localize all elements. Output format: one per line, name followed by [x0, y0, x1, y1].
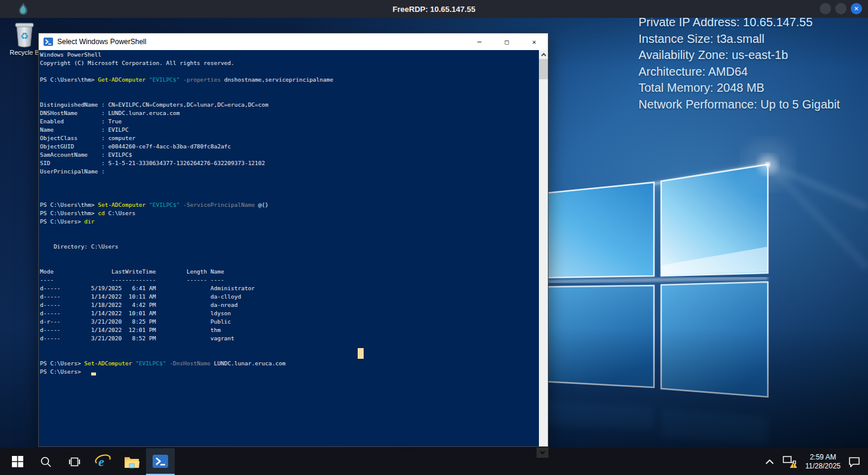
clock[interactable]: 2:59 AM 11/28/2025 [805, 453, 841, 471]
terminal-output: Windows PowerShellCopyright (C) Microsof… [40, 51, 538, 446]
powershell-taskbar-button[interactable] [146, 448, 175, 475]
terminal-line: d----- 1/18/2022 4:42 PM da-nread [40, 301, 538, 309]
window-title: Select Windows PowerShell [57, 38, 146, 46]
instance-info-text: Private IP Address: 10.65.147.55Instance… [638, 18, 840, 113]
terminal-line [40, 84, 538, 92]
terminal-line: ObjectGUID : e0044260-ce7f-4acc-b3ba-d78… [40, 142, 538, 151]
minimize-button[interactable]: ─ [466, 33, 493, 50]
terminal-line: d----- 5/19/2025 6:41 AM Administrator [40, 284, 538, 293]
instance-info-line: Total Memory: 2048 MB [638, 80, 840, 97]
scrollbar-down-icon[interactable] [537, 448, 548, 458]
terminal-line: DistinguishedName : CN=EVILPC,CN=Compute… [40, 101, 538, 109]
terminal-line [40, 251, 538, 259]
terminal-line: ObjectClass : computer [40, 134, 538, 142]
freerdp-titlebar[interactable]: FreeRDP: 10.65.147.55 ✕ [0, 0, 868, 18]
rdp-minimize-circle[interactable] [820, 3, 831, 14]
tray-chevron-up-icon[interactable] [765, 459, 774, 465]
task-view-button[interactable] [60, 448, 89, 475]
terminal-line [40, 226, 538, 234]
recycle-symbol: ♻ [20, 30, 29, 42]
terminal-line: UserPrincipalName : [40, 167, 538, 176]
internet-explorer-icon: e [95, 454, 111, 470]
terminal-line: Windows PowerShell [40, 51, 538, 59]
taskbar: e [0, 448, 868, 475]
terminal-line [40, 176, 538, 184]
freerdp-title: FreeRDP: 10.65.147.55 [393, 5, 476, 14]
clock-date: 11/28/2025 [805, 462, 841, 471]
terminal-line: d----- 1/14/2022 10:11 AM da-clloyd [40, 293, 538, 301]
terminal-line: SID : S-1-5-21-3330634377-1326264276-632… [40, 159, 538, 167]
internet-explorer-button[interactable]: e [89, 448, 117, 475]
terminal-line: Copyright (C) Microsoft Corporation. All… [40, 59, 538, 67]
terminal-cursor [91, 372, 96, 375]
terminal-line: PS C:\Users> dir [40, 218, 538, 226]
search-button[interactable] [32, 448, 60, 475]
terminal-line: PS C:\Users\thm> Set-ADComputer "EVILPC$… [40, 201, 538, 209]
terminal-area[interactable]: Windows PowerShellCopyright (C) Microsof… [39, 50, 548, 446]
instance-info-line: Private IP Address: 10.65.147.55 [638, 18, 840, 31]
close-button[interactable]: ✕ [520, 33, 548, 50]
start-button[interactable] [3, 448, 32, 475]
powershell-titlebar[interactable]: Select Windows PowerShell ─ □ ✕ [39, 33, 548, 50]
rdp-screen: Private IP Address: 10.65.147.55Instance… [0, 0, 868, 475]
powershell-window[interactable]: Select Windows PowerShell ─ □ ✕ Windows … [38, 33, 548, 447]
windows-logo-icon [12, 456, 23, 467]
terminal-line [40, 259, 538, 268]
taskbar-empty-area [175, 448, 765, 475]
recycle-bin-icon: ♻ [13, 21, 36, 48]
search-icon [40, 456, 52, 468]
terminal-line: d----- 3/21/2020 8:52 PM vagrant [40, 334, 538, 343]
terminal-line: d----- 1/14/2022 12:01 PM thm [40, 326, 538, 334]
terminal-line: SamAccountName : EVILPC$ [40, 151, 538, 159]
terminal-line: Enabled : True [40, 117, 538, 126]
freerdp-app-icon [18, 2, 29, 15]
terminal-line [40, 193, 538, 201]
system-tray: 2:59 AM 11/28/2025 [765, 448, 868, 475]
close-icon: ✕ [854, 5, 858, 12]
terminal-line [40, 67, 538, 76]
terminal-line: Directory: C:\Users [40, 243, 538, 251]
terminal-line: PS C:\Users> [40, 368, 538, 376]
terminal-line: d----- 1/14/2022 10:01 AM ldyson [40, 309, 538, 318]
terminal-line [40, 234, 538, 243]
terminal-line: PS C:\Users\thm> Get-ADComputer "EVILPC$… [40, 76, 538, 84]
terminal-line: PS C:\Users\thm> cd C:\Users [40, 209, 538, 218]
instance-info-line: Architecture: AMD64 [638, 64, 840, 80]
scrollbar-up-icon[interactable] [539, 50, 548, 59]
terminal-line [40, 343, 538, 351]
terminal-scrollbar[interactable] [539, 50, 548, 446]
rdp-close-circle[interactable]: ✕ [851, 3, 862, 14]
terminal-line: ---- ------------- ------ ---- [40, 276, 538, 284]
terminal-line [40, 184, 538, 193]
terminal-line: Name : EVILPC [40, 126, 538, 134]
terminal-selection-block [358, 348, 364, 359]
recycle-bin-label: Recycle B [6, 49, 43, 56]
clock-time: 2:59 AM [805, 453, 841, 462]
action-center-icon[interactable] [848, 457, 860, 467]
maximize-button[interactable]: □ [493, 33, 520, 50]
rdp-restore-circle[interactable] [835, 3, 847, 14]
terminal-line: d-r--- 3/21/2020 8:25 PM Public [40, 318, 538, 326]
instance-info-line: Network Performance: Up to 5 Gigabit [638, 97, 840, 113]
task-view-icon [69, 456, 80, 468]
network-warning-icon[interactable] [782, 455, 798, 468]
file-explorer-icon [124, 455, 140, 468]
terminal-line [40, 92, 538, 101]
powershell-icon [153, 454, 168, 469]
terminal-line: Mode LastWriteTime Length Name [40, 268, 538, 276]
instance-info-line: Instance Size: t3a.small [638, 31, 840, 48]
file-explorer-button[interactable] [117, 448, 146, 475]
powershell-window-icon [44, 37, 53, 46]
terminal-line [40, 351, 538, 359]
instance-info-line: Availability Zone: us-east-1b [638, 47, 840, 64]
terminal-line: DNSHostName : LUNDC.lunar.eruca.com [40, 109, 538, 117]
scrollbar-thumb[interactable] [539, 59, 548, 79]
terminal-line: PS C:\Users> Set-ADComputer "EVILPC$" -D… [40, 359, 538, 368]
recycle-bin-shortcut[interactable]: ♻ Recycle B [6, 21, 43, 56]
